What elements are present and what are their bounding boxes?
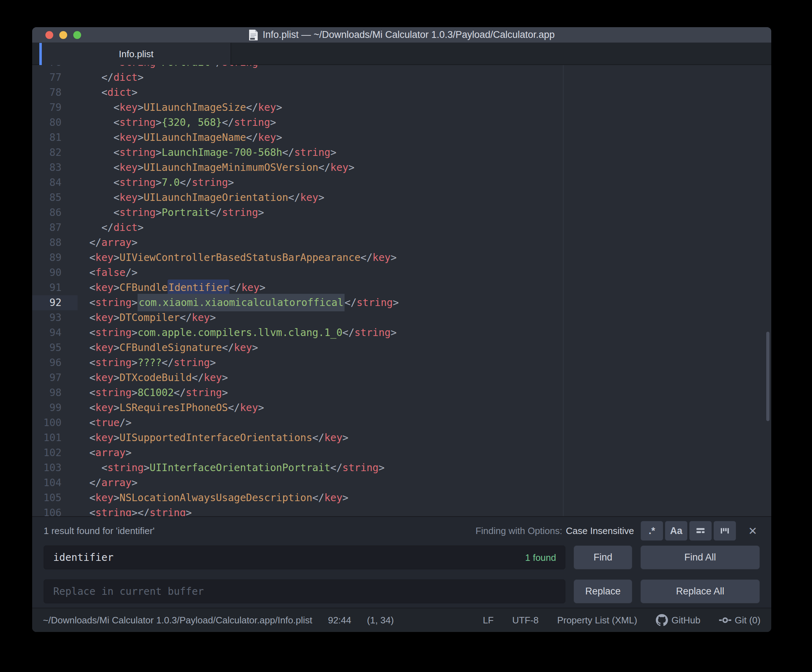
- line-number[interactable]: 81: [32, 130, 78, 145]
- line-number[interactable]: 90: [32, 265, 78, 280]
- code-line[interactable]: <array>: [78, 445, 771, 461]
- code-line[interactable]: <key>UISupportedInterfaceOrientations</k…: [78, 430, 771, 445]
- line-number[interactable]: 86: [32, 205, 78, 220]
- code-line[interactable]: <key>CFBundleSignature</key>: [78, 340, 771, 355]
- code-line[interactable]: </dict>: [78, 70, 771, 85]
- line-number[interactable]: 82: [32, 145, 78, 160]
- code-line[interactable]: <string>8C1002</string>: [78, 385, 771, 400]
- line-number[interactable]: 106: [32, 505, 78, 516]
- code-line[interactable]: <string>7.0</string>: [78, 175, 771, 190]
- case-option-button[interactable]: Aa: [665, 521, 687, 541]
- code-line[interactable]: <key>UILaunchImageName</key>: [78, 130, 771, 145]
- code-line[interactable]: </array>: [78, 476, 771, 490]
- line-number[interactable]: 76: [32, 65, 78, 70]
- vertical-scrollbar-thumb[interactable]: [766, 332, 769, 421]
- replace-input[interactable]: [44, 580, 565, 604]
- line-number[interactable]: 94: [32, 325, 78, 340]
- line-number[interactable]: 103: [32, 461, 78, 476]
- minimize-window-button[interactable]: [59, 31, 67, 39]
- tab-info-plist[interactable]: Info.plist: [42, 43, 231, 65]
- code-line[interactable]: <key>LSRequiresIPhoneOS</key>: [78, 400, 771, 415]
- status-bar: ~/Downloads/Mi Calculator 1.0.3/Payload/…: [32, 608, 771, 632]
- line-number[interactable]: 91: [32, 280, 78, 295]
- cursor-position[interactable]: 92:44: [328, 615, 351, 626]
- grammar-indicator[interactable]: Property List (XML): [557, 615, 637, 626]
- line-number[interactable]: 78: [32, 85, 78, 100]
- replace-button[interactable]: Replace: [573, 580, 632, 604]
- code-line[interactable]: <string>????</string>: [78, 355, 771, 370]
- code-line[interactable]: <string>com.xiaomi.xiaomicalculatoroffic…: [78, 295, 771, 310]
- line-number[interactable]: 100: [32, 415, 78, 430]
- line-number[interactable]: 79: [32, 100, 78, 115]
- line-number[interactable]: 95: [32, 340, 78, 355]
- close-window-button[interactable]: [45, 31, 53, 39]
- whole-word-option-button[interactable]: [713, 521, 736, 541]
- code-token: LSRequiresIPhoneOS: [119, 402, 228, 414]
- regex-option-button[interactable]: .*: [640, 521, 663, 541]
- code-line[interactable]: <string>{320, 568}</string>: [78, 115, 771, 130]
- code-line[interactable]: <string>Portrait</string>: [78, 65, 771, 70]
- line-number[interactable]: 84: [32, 175, 78, 190]
- code-line[interactable]: </array>: [78, 235, 771, 250]
- git-status-item[interactable]: Git (0): [719, 615, 761, 626]
- find-all-button[interactable]: Find All: [640, 546, 760, 570]
- line-number[interactable]: 77: [32, 70, 78, 85]
- line-number[interactable]: 99: [32, 400, 78, 415]
- line-number[interactable]: 80: [32, 115, 78, 130]
- code-line[interactable]: <string>UIInterfaceOrientationPortrait</…: [78, 461, 771, 476]
- code-line[interactable]: <true/>: [78, 415, 771, 430]
- code-line[interactable]: <string>com.apple.compilers.llvm.clang.1…: [78, 325, 771, 340]
- code-token: >: [258, 402, 264, 414]
- line-number[interactable]: 83: [32, 160, 78, 175]
- line-number[interactable]: 101: [32, 430, 78, 445]
- line-number[interactable]: 89: [32, 250, 78, 265]
- code-token: key: [241, 281, 259, 293]
- code-token: >: [131, 507, 138, 516]
- line-number[interactable]: 104: [32, 476, 78, 490]
- code-line[interactable]: <string>LaunchImage-700-568h</string>: [78, 145, 771, 160]
- code-line[interactable]: <key>UILaunchImageMinimumOSVersion</key>: [78, 160, 771, 175]
- github-status-item[interactable]: GitHub: [656, 614, 701, 626]
- code-line[interactable]: <key>UILaunchImageSize</key>: [78, 100, 771, 115]
- line-number[interactable]: 102: [32, 445, 78, 461]
- encoding-indicator[interactable]: UTF-8: [512, 615, 539, 626]
- line-number[interactable]: 98: [32, 385, 78, 400]
- code-token: CFBundleSignature: [119, 342, 222, 353]
- code-token: <: [113, 102, 119, 113]
- code-line[interactable]: <key>DTCompiler</key>: [78, 310, 771, 325]
- code-line[interactable]: <key>NSLocationAlwaysUsageDescription</k…: [78, 490, 771, 505]
- line-number[interactable]: 97: [32, 370, 78, 385]
- code-token: >: [379, 462, 385, 474]
- code-token: <: [89, 432, 96, 443]
- code-line[interactable]: <string></string>: [78, 505, 771, 516]
- code-line[interactable]: <key>UIViewControllerBasedStatusBarAppea…: [78, 250, 771, 265]
- code-line[interactable]: <false/>: [78, 265, 771, 280]
- line-number[interactable]: 93: [32, 310, 78, 325]
- line-number[interactable]: 105: [32, 490, 78, 505]
- git-label: Git (0): [735, 615, 761, 626]
- line-number[interactable]: 85: [32, 190, 78, 205]
- zoom-window-button[interactable]: [73, 31, 81, 39]
- code-line[interactable]: </dict>: [78, 220, 771, 235]
- code-line[interactable]: <key>DTXcodeBuild</key>: [78, 370, 771, 385]
- code-token: array: [101, 237, 131, 249]
- code-token: >: [131, 87, 138, 98]
- selection-option-button[interactable]: [689, 521, 712, 541]
- code-line[interactable]: <dict>: [78, 85, 771, 100]
- line-number[interactable]: 88: [32, 235, 78, 250]
- find-input[interactable]: [44, 546, 565, 570]
- code-line[interactable]: <string>Portrait</string>: [78, 205, 771, 220]
- line-number[interactable]: 92: [32, 295, 78, 310]
- code-line[interactable]: <key>UILaunchImageOrientation</key>: [78, 190, 771, 205]
- line-ending-indicator[interactable]: LF: [483, 615, 493, 626]
- line-number[interactable]: 96: [32, 355, 78, 370]
- code-token: <: [89, 327, 96, 338]
- line-number[interactable]: 87: [32, 220, 78, 235]
- code-line[interactable]: <key>CFBundleIdentifier</key>: [78, 280, 771, 295]
- close-find-panel-button[interactable]: ✕: [745, 525, 760, 537]
- code-token: string: [186, 387, 222, 399]
- find-button[interactable]: Find: [573, 546, 632, 570]
- replace-all-button[interactable]: Replace All: [640, 580, 760, 604]
- code-token: </: [210, 65, 222, 68]
- editor[interactable]: <string>Portrait</string></dict><dict><k…: [78, 65, 771, 516]
